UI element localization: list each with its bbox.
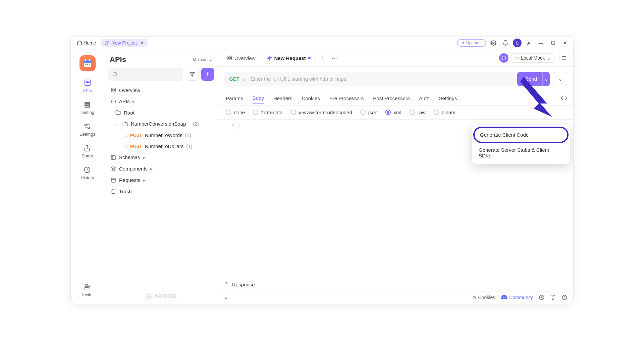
theme-button[interactable] — [550, 295, 556, 300]
tree-endpoint-numbertowords[interactable]: ›POSTNumberToWords(1) — [108, 130, 214, 141]
svg-rect-44 — [228, 58, 229, 60]
svg-point-25 — [113, 72, 117, 76]
svg-rect-7 — [87, 63, 88, 65]
branch-selector[interactable]: main ⌄ — [192, 57, 213, 62]
filter-button[interactable] — [186, 68, 199, 81]
tab-overview[interactable]: Overview — [222, 53, 260, 63]
upload-button[interactable] — [539, 295, 544, 300]
settings-icon[interactable] — [489, 38, 498, 48]
svg-marker-36 — [111, 166, 115, 169]
requests-icon — [110, 178, 116, 183]
annotation-arrow — [517, 73, 557, 120]
svg-point-0 — [493, 42, 494, 44]
rail-testing[interactable]: Testing — [80, 100, 94, 115]
bodytype-raw[interactable]: raw — [410, 110, 426, 115]
collapse-sidebar-button[interactable]: « — [224, 295, 227, 300]
add-button[interactable]: + — [201, 68, 214, 81]
paramtab-body[interactable]: Body — [253, 92, 264, 104]
response-drag-handle[interactable]: ⋯ — [218, 272, 573, 278]
sparkle-icon: ✦ — [462, 41, 465, 45]
pin-icon[interactable] — [524, 38, 534, 48]
svg-rect-11 — [88, 81, 89, 82]
svg-rect-37 — [111, 178, 115, 182]
tree-trash[interactable]: Trash — [108, 186, 214, 197]
paramtab-post[interactable]: Post Processors — [373, 93, 410, 104]
close-window-button[interactable]: ✕ — [560, 38, 570, 48]
svg-rect-5 — [89, 59, 90, 61]
caret-icon: ▸ — [143, 177, 146, 183]
tree-components[interactable]: Components▸ — [108, 163, 214, 175]
bodytype-json[interactable]: json — [360, 110, 378, 115]
sidebar: APIs main ⌄ + Overview APIs▸ Root ⌄Numbe… — [104, 50, 218, 304]
bodytype-xml[interactable]: xml — [385, 110, 401, 115]
maximize-button[interactable]: ☐ — [548, 38, 558, 48]
tree-root[interactable]: Root — [108, 107, 214, 118]
env-icon[interactable] — [499, 53, 508, 63]
response-panel-header[interactable]: ⌃ Response — [218, 278, 573, 291]
rail-share[interactable]: Share — [82, 144, 93, 158]
chevron-up-icon: ⌃ — [224, 281, 229, 287]
project-tab[interactable]: New Project ✕ — [101, 39, 147, 47]
rail-history[interactable]: History — [80, 166, 94, 180]
caret-icon: ▸ — [143, 154, 146, 160]
svg-point-22 — [193, 58, 194, 59]
url-input[interactable] — [251, 76, 509, 82]
menu-generate-client-code[interactable]: Generate Client Code — [473, 127, 569, 143]
tab-overflow-button[interactable]: ⋯ — [329, 53, 339, 63]
bodytype-none[interactable]: none — [226, 110, 245, 115]
paramtab-cookies[interactable]: Cookies — [302, 93, 320, 104]
tree-endpoint-numbertodollars[interactable]: ›POSTNumberToDollars(1) — [108, 141, 214, 152]
cookie-icon: ⊙ — [472, 295, 476, 300]
svg-rect-28 — [111, 88, 113, 90]
app-logo[interactable] — [79, 55, 96, 71]
overview-icon — [110, 87, 116, 93]
svg-point-40 — [148, 295, 150, 297]
discord-icon — [501, 294, 507, 300]
tree-requests[interactable]: Requests▸ — [108, 175, 214, 186]
upgrade-button[interactable]: ✦ Upgrade — [457, 39, 486, 47]
tab-new-request[interactable]: New Request — [262, 53, 315, 63]
method-selector[interactable]: GET ⌄ — [229, 76, 246, 82]
bodytype-binary[interactable]: binary — [434, 110, 455, 115]
tree-schemas[interactable]: Schemas▸ — [108, 152, 214, 163]
svg-rect-41 — [228, 56, 229, 58]
bodytype-urlencoded[interactable]: x-www-form-urlencoded — [291, 110, 352, 115]
svg-rect-34 — [111, 155, 115, 159]
svg-rect-29 — [114, 88, 115, 90]
close-project-tab[interactable]: ✕ — [140, 40, 144, 46]
paramtab-settings[interactable]: Settings — [439, 93, 457, 104]
tree-overview[interactable]: Overview — [108, 85, 214, 96]
bell-icon[interactable] — [501, 38, 510, 48]
environment-selector[interactable]: Lo Local Mock ⌄ — [511, 53, 554, 63]
code-icon[interactable] — [560, 95, 567, 101]
help-button[interactable] — [562, 295, 567, 300]
paramtab-headers[interactable]: Headers — [273, 93, 292, 104]
search-input[interactable] — [108, 68, 183, 81]
schemas-icon — [110, 155, 116, 160]
settings-icon — [83, 122, 91, 130]
paramtab-pre[interactable]: Pre Processors — [329, 93, 364, 104]
sidebar-toggle-button[interactable]: ☰ — [559, 53, 569, 63]
tree-folder-numberconversion[interactable]: ⌄NumberConversionSoap (2) — [108, 118, 214, 130]
rail-settings[interactable]: Settings — [79, 122, 95, 137]
history-icon — [83, 166, 91, 174]
svg-marker-27 — [190, 72, 194, 76]
svg-rect-8 — [89, 63, 90, 65]
tree-apis[interactable]: APIs▸ — [108, 96, 214, 107]
caret-icon: ▸ — [150, 166, 153, 172]
paramtab-auth[interactable]: Auth — [419, 93, 430, 104]
minimize-button[interactable]: — — [536, 38, 546, 48]
new-tab-button[interactable]: + — [317, 53, 327, 63]
home-tab[interactable]: Home — [74, 40, 99, 46]
community-button[interactable]: Community — [501, 294, 533, 300]
paramtab-params[interactable]: Params — [226, 93, 243, 104]
rail-apis[interactable]: APIs — [83, 79, 92, 93]
svg-rect-32 — [111, 100, 115, 103]
bodytype-formdata[interactable]: form-data — [253, 110, 282, 115]
apis-group-icon — [110, 99, 116, 104]
avatar[interactable]: S — [513, 39, 522, 47]
rail-invite[interactable]: Invite — [82, 283, 93, 297]
svg-rect-3 — [84, 60, 91, 63]
cookies-button[interactable]: ⊙Cookies — [472, 295, 495, 300]
menu-generate-server-stubs[interactable]: Generate Server Stubs & Client SDKs — [473, 143, 569, 162]
